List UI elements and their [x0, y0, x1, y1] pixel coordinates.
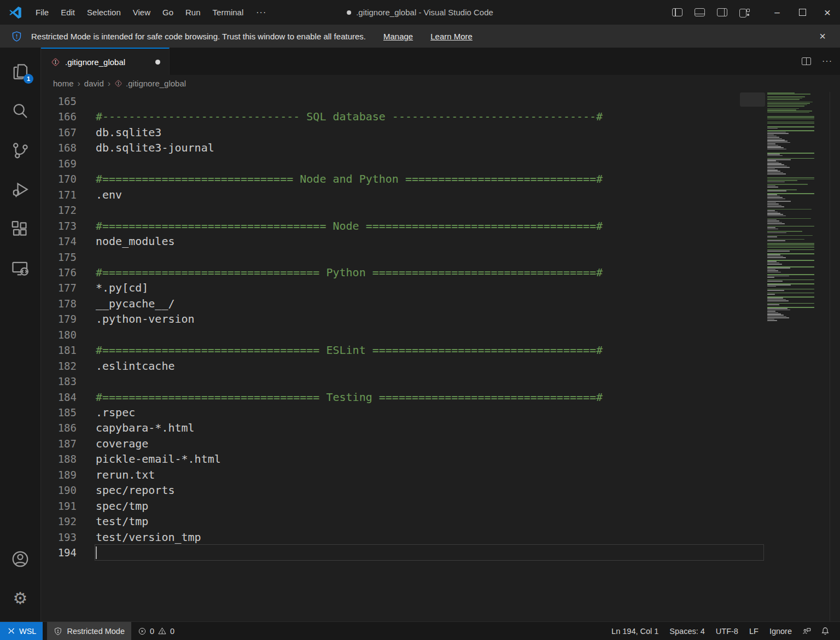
line-number[interactable]: 167	[41, 125, 77, 141]
customize-layout-icon[interactable]	[739, 8, 750, 17]
line-number[interactable]: 177	[41, 280, 77, 296]
line-number[interactable]: 187	[41, 436, 77, 452]
code-line[interactable]: 177*.py[cd]	[41, 280, 840, 296]
sidebar-item-run-debug[interactable]	[0, 170, 40, 210]
code-line[interactable]: 179.python-version	[41, 311, 840, 327]
line-number[interactable]: 170	[41, 171, 77, 187]
line-number[interactable]: 179	[41, 311, 77, 327]
code-line[interactable]: 183	[41, 374, 840, 389]
breadcrumb-item-home[interactable]: home	[53, 79, 74, 88]
sidebar-item-explorer[interactable]: 1	[0, 52, 40, 91]
toggle-secondary-sidebar-icon[interactable]	[717, 8, 727, 16]
code-line[interactable]: 181#================================= ES…	[41, 342, 840, 358]
sidebar-item-extensions[interactable]	[0, 210, 40, 249]
code-line[interactable]: 175	[41, 249, 840, 265]
code-line[interactable]: 166#------------------------------ SQL d…	[41, 109, 840, 125]
code-line[interactable]: 185.rspec	[41, 405, 840, 421]
breadcrumb-item-david[interactable]: david	[84, 79, 104, 88]
line-number[interactable]: 194	[41, 545, 77, 561]
menu-go[interactable]: Go	[156, 0, 179, 25]
line-number[interactable]: 178	[41, 296, 77, 312]
code-line[interactable]: 188pickle-email-*.html	[41, 451, 840, 467]
code-line[interactable]: 167db.sqlite3	[41, 125, 840, 141]
cursor-position-status[interactable]: Ln 194, Col 1	[606, 627, 664, 636]
problems-status[interactable]: 0 0	[131, 622, 181, 640]
line-number[interactable]: 175	[41, 249, 77, 265]
code-line[interactable]: 186capybara-*.html	[41, 420, 840, 436]
line-number[interactable]: 171	[41, 187, 77, 203]
line-number[interactable]: 176	[41, 265, 77, 281]
line-number[interactable]: 189	[41, 467, 77, 483]
code-line[interactable]: 173#================================== N…	[41, 218, 840, 234]
code-line[interactable]: 174node_modules	[41, 234, 840, 249]
code-line[interactable]: 170#============================= Node a…	[41, 171, 840, 187]
code-line[interactable]: 180	[41, 327, 840, 343]
menu-view[interactable]: View	[127, 0, 156, 25]
code-line[interactable]: 165	[41, 94, 840, 109]
code-line[interactable]: 168db.sqlite3-journal	[41, 140, 840, 156]
code-line[interactable]: 189rerun.txt	[41, 467, 840, 483]
line-number[interactable]: 173	[41, 218, 77, 234]
maximize-button[interactable]	[790, 0, 815, 25]
line-number[interactable]: 186	[41, 420, 77, 436]
line-number[interactable]: 192	[41, 514, 77, 530]
code-line[interactable]: 171.env	[41, 187, 840, 203]
code-line[interactable]: 176#================================= Py…	[41, 265, 840, 281]
code-editor[interactable]: 165166#------------------------------ SQ…	[41, 92, 840, 621]
minimap[interactable]	[767, 92, 818, 321]
menu-edit[interactable]: Edit	[55, 0, 81, 25]
close-button[interactable]: ×	[815, 0, 840, 25]
code-line[interactable]: 172	[41, 202, 840, 218]
split-editor-icon[interactable]	[802, 57, 811, 65]
remote-indicator-wsl[interactable]: WSL	[0, 622, 43, 640]
code-line[interactable]: 169	[41, 156, 840, 172]
indentation-status[interactable]: Spaces: 4	[664, 627, 710, 636]
code-line[interactable]: 192test/tmp	[41, 514, 840, 530]
line-number[interactable]: 184	[41, 389, 77, 405]
menu-overflow-button[interactable]: ···	[249, 1, 273, 24]
more-actions-icon[interactable]: ···	[819, 56, 836, 66]
code-line[interactable]: 190spec/reports	[41, 482, 840, 498]
breadcrumb-item--gitignore-global[interactable]: .gitignore_global	[114, 79, 186, 88]
toggle-panel-icon[interactable]	[695, 8, 705, 16]
line-number[interactable]: 181	[41, 342, 77, 358]
notifications-button[interactable]	[816, 626, 835, 636]
line-number[interactable]: 190	[41, 482, 77, 498]
language-mode-status[interactable]: Ignore	[764, 627, 797, 636]
menu-file[interactable]: File	[30, 0, 55, 25]
manage-link[interactable]: Manage	[383, 32, 413, 41]
tab-gitignore-global[interactable]: .gitignore_global	[41, 48, 170, 75]
eol-status[interactable]: LF	[744, 627, 764, 636]
menu-selection[interactable]: Selection	[81, 0, 127, 25]
scrollbar-slider[interactable]	[740, 92, 765, 107]
tab-modified-dot-icon[interactable]	[155, 60, 160, 65]
code-line[interactable]: 187coverage	[41, 436, 840, 452]
learn-more-link[interactable]: Learn More	[430, 32, 472, 41]
sidebar-item-search[interactable]	[0, 91, 40, 131]
line-number[interactable]: 169	[41, 156, 77, 172]
encoding-status[interactable]: UTF-8	[710, 627, 744, 636]
line-number[interactable]: 185	[41, 405, 77, 421]
restricted-mode-status[interactable]: Restricted Mode	[47, 622, 131, 640]
menu-run[interactable]: Run	[179, 0, 207, 25]
line-number[interactable]: 182	[41, 358, 77, 374]
line-number[interactable]: 183	[41, 374, 77, 389]
settings-button[interactable]: ⚙	[0, 579, 40, 618]
sidebar-item-remote-explorer[interactable]	[0, 249, 40, 288]
code-line[interactable]: 191spec/tmp	[41, 498, 840, 514]
code-line[interactable]: 184#================================= Te…	[41, 389, 840, 405]
line-number[interactable]: 188	[41, 451, 77, 467]
code-line[interactable]: 182.eslintcache	[41, 358, 840, 374]
banner-close-icon[interactable]: ×	[813, 25, 832, 48]
menu-terminal[interactable]: Terminal	[207, 0, 250, 25]
code-line[interactable]: 194	[41, 545, 840, 561]
line-number[interactable]: 165	[41, 94, 77, 109]
minimize-button[interactable]: –	[765, 0, 790, 25]
code-line[interactable]: 193test/version_tmp	[41, 530, 840, 545]
line-number[interactable]: 166	[41, 109, 77, 125]
account-button[interactable]	[0, 539, 40, 579]
toggle-sidebar-icon[interactable]	[672, 8, 682, 16]
line-number[interactable]: 191	[41, 498, 77, 514]
sidebar-item-source-control[interactable]	[0, 131, 40, 170]
line-number[interactable]: 172	[41, 202, 77, 218]
